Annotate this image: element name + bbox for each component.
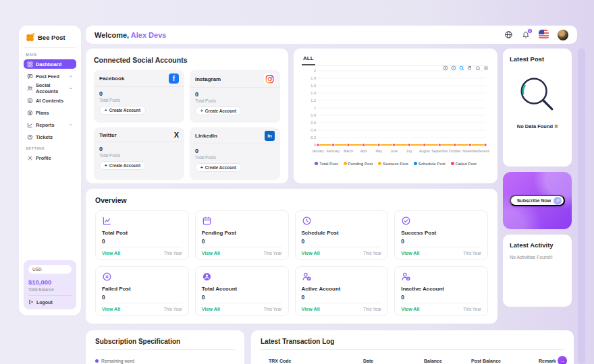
scrollbar-thumb[interactable] (578, 49, 585, 364)
overview-item-title: Pending Post (202, 230, 282, 236)
chevron-down-icon (69, 86, 73, 90)
subscribe-now-button[interactable]: Subscribe Now ↗ (510, 195, 566, 206)
posts-chart-card: ALL 21.81.61.41.210.80.60.40.20JanuaryFe… (294, 49, 497, 183)
dashboard-icon (27, 61, 33, 67)
ai-contents-icon (27, 98, 33, 104)
create-account-button[interactable]: + Create Account (99, 106, 146, 115)
instagram-icon (264, 73, 275, 84)
welcome-message: Welcome, Alex Devs (94, 31, 166, 39)
top-header: Welcome, Alex Devs 0 (86, 26, 577, 44)
posts-chart: 21.81.61.41.210.80.60.40.20JanuaryFebrua… (302, 67, 489, 161)
create-account-button[interactable]: + Create Account (195, 163, 242, 172)
subscription-specification-card: Subscription Specification Remaining wor… (86, 330, 244, 364)
overview-item-title: Total Account (202, 286, 282, 292)
currency-select[interactable]: USD (28, 265, 72, 274)
sidebar-item-tickets[interactable]: Tickets (24, 132, 76, 142)
legend-item[interactable]: Failed Post (451, 161, 477, 166)
social-accounts-icon (27, 86, 33, 92)
overview-item-value: 0 (202, 294, 282, 301)
overview-item-title: Success Post (401, 230, 481, 236)
view-all-link[interactable]: View All (302, 306, 320, 312)
no-activities-text: No Activities Found!! (510, 255, 565, 260)
notifications-button[interactable]: 0 (522, 31, 530, 39)
sidebar-item-dashboard[interactable]: Dashboard (24, 59, 76, 69)
dashboard-page: Bee Post MAIN Dashboard Post Feed Social… (0, 0, 594, 364)
overview-card-total-post: Total Post 0 View All This Year (95, 210, 189, 260)
home-icon[interactable] (475, 65, 481, 71)
row-action-button[interactable]: → (558, 356, 567, 364)
overview-item-title: Failed Post (102, 286, 182, 292)
selection-zoom-icon[interactable] (459, 65, 464, 71)
overview-item-title: Active Account (302, 286, 382, 292)
svg-text:July: July (406, 149, 412, 153)
sidebar-item-post-feed[interactable]: Post Feed (24, 71, 76, 81)
sidebar-item-plans[interactable]: Plans (24, 108, 76, 117)
create-account-button[interactable]: + Create Account (99, 161, 146, 170)
welcome-text: Welcome, (94, 31, 129, 39)
legend-item[interactable]: Schedule Post (414, 161, 446, 166)
overview-card-active-account: Active Account 0 View All This Year (295, 266, 389, 316)
svg-text:0.6: 0.6 (310, 121, 316, 125)
legend-dot (315, 162, 318, 165)
menu-icon[interactable] (483, 65, 489, 71)
legend-dot (378, 162, 381, 165)
svg-text:0.2: 0.2 (310, 135, 316, 140)
legend-label: Total Post (319, 161, 338, 166)
zoom-in-icon[interactable] (443, 65, 448, 71)
period-label: This Year (263, 251, 281, 255)
plans-icon (27, 110, 33, 116)
check-circle-icon (401, 216, 411, 226)
view-all-link[interactable]: View All (401, 306, 419, 312)
legend-item[interactable]: Pending Post (344, 161, 373, 166)
nav-section-main: MAIN (26, 53, 74, 57)
view-all-link[interactable]: View All (102, 306, 120, 312)
overview-grid: Total Post 0 View All This Year Pending … (95, 210, 488, 316)
svg-text:April: April (360, 149, 367, 153)
sidebar: Bee Post MAIN Dashboard Post Feed Social… (19, 26, 81, 315)
logout-button[interactable]: Logout (28, 299, 72, 305)
view-all-link[interactable]: View All (302, 250, 320, 256)
subscription-legend[interactable]: Remaining word (95, 359, 235, 363)
social-count: 0 (195, 148, 275, 154)
transactions-title: Latest Transaction Log (261, 338, 564, 345)
social-name: Twitter (99, 132, 117, 138)
sidebar-item-social-accounts[interactable]: Social Accounts (24, 84, 76, 93)
plus-icon: + (105, 108, 107, 113)
overview-title: Overview (95, 196, 488, 204)
user-avatar[interactable] (558, 30, 568, 40)
balance-amount: $10,000 (28, 278, 72, 286)
view-all-link[interactable]: View All (202, 306, 220, 312)
legend-dot (95, 359, 99, 363)
overview-item-value: 0 (302, 238, 382, 245)
legend-item[interactable]: Success Post (378, 161, 408, 166)
svg-text:September: September (431, 149, 448, 153)
sidebar-item-reports[interactable]: Reports (24, 120, 76, 129)
svg-text:1.6: 1.6 (310, 84, 316, 88)
divider (95, 349, 235, 350)
overview-card-total-account: Total Account 0 View All This Year (195, 266, 289, 316)
sidebar-item-ai-contents[interactable]: AI Contents (24, 96, 76, 105)
language-flag-icon[interactable] (539, 30, 549, 40)
social-name: Instagram (195, 76, 221, 82)
sidebar-item-profile[interactable]: Profile (24, 153, 76, 162)
svg-text:1.8: 1.8 (310, 76, 316, 80)
view-all-link[interactable]: View All (202, 250, 220, 256)
globe-icon[interactable] (504, 30, 513, 39)
pan-icon[interactable] (467, 65, 473, 71)
legend-item[interactable]: Total Post (315, 161, 338, 166)
tab-all[interactable]: ALL (302, 55, 315, 65)
zoom-out-icon[interactable] (451, 65, 456, 71)
chevron-down-icon (69, 123, 73, 127)
latest-activity-card: Latest Activity No Activities Found!! (503, 235, 572, 307)
svg-text:October: October (449, 149, 461, 153)
logout-icon (28, 299, 34, 305)
notification-badge: 0 (527, 28, 533, 34)
social-card-twitter: Twitter X 0 Total Posts + Create Account (94, 127, 184, 180)
chart-tabs: ALL (302, 55, 489, 66)
view-all-link[interactable]: View All (102, 250, 120, 256)
view-all-link[interactable]: View All (401, 250, 419, 256)
chevron-down-icon (69, 74, 73, 78)
create-account-button[interactable]: + Create Account (195, 107, 242, 115)
social-count: 0 (195, 91, 275, 98)
social-card-facebook: Facebook f 0 Total Posts + Create Accoun… (94, 70, 184, 123)
